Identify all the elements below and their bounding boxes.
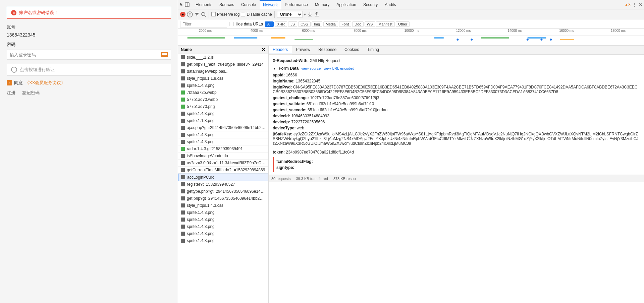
tab-performance[interactable]: Performance bbox=[281, 0, 312, 9]
list-item[interactable]: style_https.1.1.8.css bbox=[178, 75, 268, 82]
pill-all[interactable]: All bbox=[265, 21, 274, 27]
tab-network[interactable]: Network bbox=[260, 0, 281, 9]
list-item[interactable]: ajax.php?gt=29414567350546096e14bb2bc63 bbox=[178, 124, 268, 131]
list-item[interactable]: radar.1.4.3.gif?1582939939491 bbox=[178, 145, 268, 153]
export-icon[interactable] bbox=[314, 12, 319, 17]
tab-elements[interactable]: Elements bbox=[192, 0, 216, 9]
pill-ws[interactable]: WS bbox=[365, 21, 375, 27]
mark-12000: 12000 ms bbox=[437, 29, 489, 35]
tab-preview[interactable]: Preview bbox=[292, 46, 314, 54]
list-item[interactable]: getCurrentTimeMillis.do?_=1582939894869 bbox=[178, 167, 268, 174]
svg-point-27 bbox=[550, 39, 552, 41]
hide-data-urls-checkbox[interactable] bbox=[229, 22, 233, 26]
list-item[interactable]: slide.___.1.2.js bbox=[178, 54, 268, 61]
view-url-encoded-link[interactable]: view URL encoded bbox=[323, 66, 354, 70]
pill-font[interactable]: Font bbox=[339, 21, 351, 27]
preserve-log-label: Preserve log bbox=[217, 12, 239, 17]
tab-timing[interactable]: Timing bbox=[363, 46, 383, 54]
form-field-geetest-challenge: geetest_challenge: 102f7d723ad76e387ad60… bbox=[273, 95, 640, 101]
section-arrow[interactable]: ▼ bbox=[273, 67, 276, 70]
import-icon[interactable] bbox=[307, 12, 313, 17]
agree-link[interactable]: 《XX会员服务协议》 bbox=[25, 80, 65, 86]
svg-rect-9 bbox=[166, 54, 167, 55]
tab-application[interactable]: Application bbox=[333, 0, 360, 9]
file-list-header: Name ✕ bbox=[178, 46, 268, 54]
detail-content: X-Requested-With: XMLHttpRequest ▼ Form … bbox=[269, 55, 644, 175]
tab-memory[interactable]: Memory bbox=[312, 0, 333, 9]
list-item[interactable]: get.php?is_next=true&type=slide3>=29414 bbox=[178, 61, 268, 68]
tab-headers[interactable]: Headers bbox=[269, 46, 292, 54]
list-item[interactable]: sprite.1.4.3.png bbox=[178, 223, 268, 230]
list-item[interactable]: sprite.1.4.3.png bbox=[178, 216, 268, 223]
list-item[interactable]: sprite.1.4.3.png bbox=[178, 209, 268, 216]
forgot-password-button[interactable]: 忘记密码 bbox=[22, 90, 40, 96]
throttle-select[interactable]: Online Fast 3G Slow 3G Offline bbox=[277, 11, 303, 18]
tab-response[interactable]: Response bbox=[314, 46, 340, 54]
list-item[interactable]: sprite.1.4.3.png bbox=[178, 110, 268, 117]
pill-xhr[interactable]: XHR bbox=[275, 21, 287, 27]
pill-img[interactable]: Img bbox=[312, 21, 322, 27]
tab-console[interactable]: Console bbox=[238, 0, 260, 9]
record-button[interactable]: ● bbox=[180, 12, 185, 17]
pill-css[interactable]: CSS bbox=[298, 21, 311, 27]
list-item[interactable]: sprite.1.4.3.png bbox=[178, 82, 268, 89]
list-item[interactable]: get.php?gt=29414567350546096e14bb2bc63. bbox=[178, 195, 268, 202]
list-item[interactable]: sprite.1.4.3.png bbox=[178, 237, 268, 244]
svg-rect-18 bbox=[294, 39, 313, 40]
tab-sources[interactable]: Sources bbox=[216, 0, 238, 9]
list-item[interactable]: gettype.php?gt=29414567350546096e14bb2..… bbox=[178, 188, 268, 195]
file-name: style_https.1.4.3.css bbox=[187, 203, 266, 208]
resources-size: 373 KB resou bbox=[333, 177, 356, 181]
filter-icon[interactable] bbox=[194, 12, 200, 17]
view-source-link[interactable]: view source bbox=[301, 66, 321, 70]
list-item[interactable]: sprite.1.4.3.png bbox=[178, 131, 268, 138]
tab-cookies[interactable]: Cookies bbox=[340, 46, 363, 54]
more-icon[interactable]: ⋮ bbox=[633, 2, 637, 7]
register-button[interactable]: 注册 bbox=[7, 90, 15, 96]
pill-other[interactable]: Other bbox=[396, 21, 410, 27]
list-item[interactable]: sprite.1.4.3.png bbox=[178, 230, 268, 237]
file-icon bbox=[181, 232, 185, 236]
close-filter-icon[interactable]: ✕ bbox=[262, 47, 266, 52]
svg-line-14 bbox=[205, 15, 206, 17]
password-input[interactable] bbox=[10, 52, 161, 57]
close-icon[interactable]: ✕ bbox=[639, 2, 643, 7]
disable-cache-checkbox[interactable] bbox=[241, 12, 245, 16]
file-icon bbox=[181, 203, 185, 207]
preserve-log-wrap[interactable]: Preserve log bbox=[211, 12, 239, 17]
hide-data-urls-label[interactable]: Hide data URLs bbox=[229, 22, 263, 26]
list-item[interactable]: 577b1ad70.webp bbox=[178, 96, 268, 103]
list-item[interactable]: sprite.1.4.3.png bbox=[178, 138, 268, 145]
agree-checkbox[interactable]: ✓ bbox=[7, 80, 12, 85]
captcha-row[interactable]: 点击按钮进行验证 bbox=[7, 64, 171, 76]
list-item[interactable]: 577b1ad70.png bbox=[178, 103, 268, 110]
list-item[interactable]: sprite.1.1.8.png bbox=[178, 117, 268, 124]
error-box: ✕ 账户名或密码错误！ bbox=[7, 7, 171, 19]
pill-doc[interactable]: Doc bbox=[352, 21, 364, 27]
tab-security[interactable]: Security bbox=[360, 0, 381, 9]
mark-8000: 8000 ms bbox=[334, 29, 386, 35]
list-item[interactable]: as?av=3.0.0&v=1.11.3&key=iRiIZP9b7eQ&ref… bbox=[178, 160, 268, 167]
mark-4000: 4000 ms bbox=[231, 29, 283, 35]
svg-rect-17 bbox=[271, 37, 285, 39]
file-icon bbox=[181, 161, 185, 165]
list-item[interactable]: data:image/webp;bas... bbox=[178, 68, 268, 75]
file-icon bbox=[181, 105, 185, 109]
preserve-log-checkbox[interactable] bbox=[211, 12, 216, 16]
filter-input[interactable] bbox=[180, 21, 227, 27]
search-icon[interactable] bbox=[201, 12, 206, 17]
clear-button[interactable]: ⊘ bbox=[187, 11, 193, 17]
list-item[interactable]: isShowImageVcode.do bbox=[178, 153, 268, 160]
pill-media[interactable]: Media bbox=[323, 21, 338, 27]
keyboard-icon[interactable] bbox=[161, 52, 168, 57]
list-item[interactable]: style_https.1.4.3.css bbox=[178, 202, 268, 209]
devtools-panel: Elements Sources Console Network Perform… bbox=[178, 0, 644, 303]
list-item[interactable]: 7bfaaa72b.webp bbox=[178, 89, 268, 96]
tab-audits[interactable]: Audits bbox=[381, 0, 399, 9]
signtype-key: signtype: bbox=[276, 165, 294, 170]
list-item-selected[interactable]: accLoginPC.do bbox=[178, 174, 268, 181]
list-item[interactable]: register?t=1582939940527 bbox=[178, 181, 268, 188]
disable-cache-wrap[interactable]: Disable cache bbox=[241, 12, 272, 17]
pill-js[interactable]: JS bbox=[288, 21, 297, 27]
pill-manifest[interactable]: Manifest bbox=[376, 21, 395, 27]
